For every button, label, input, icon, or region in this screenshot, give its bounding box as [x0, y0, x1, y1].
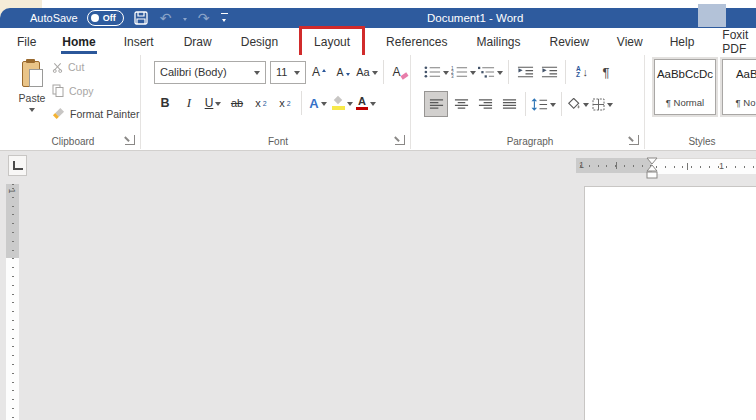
sort-az-icon: A Z	[576, 66, 581, 79]
scissors-icon	[52, 62, 63, 73]
hruler-halftick	[616, 162, 617, 169]
tab-draw[interactable]: Draw	[173, 30, 223, 54]
horizontal-ruler-margin: 1	[576, 158, 652, 173]
left-tab-icon	[13, 161, 23, 170]
format-painter-icon	[52, 107, 65, 120]
highlight-icon	[332, 96, 345, 110]
superscript-button[interactable]: x2	[274, 91, 296, 115]
highlight-button[interactable]	[331, 91, 353, 115]
document-page[interactable]	[584, 186, 756, 420]
bold-button[interactable]: B	[154, 91, 176, 115]
save-button[interactable]	[133, 10, 149, 26]
bullets-dropdown-icon	[443, 71, 449, 78]
font-name-combo[interactable]: Calibri (Body)	[154, 61, 266, 84]
tab-file[interactable]: File	[6, 30, 47, 54]
strikethrough-button[interactable]: ab	[226, 91, 248, 115]
align-left-button[interactable]	[424, 91, 448, 117]
clear-formatting-button[interactable]: A	[389, 60, 411, 84]
justify-button[interactable]	[498, 92, 520, 116]
tab-help[interactable]: Help	[659, 30, 706, 54]
tab-home[interactable]: Home	[51, 30, 106, 54]
increase-indent-button[interactable]	[538, 60, 560, 84]
redo-button[interactable]: ↷	[196, 10, 212, 26]
undo-button[interactable]: ↶	[158, 10, 174, 26]
vertical-ruler-margin: 1	[6, 184, 19, 258]
tab-stop-selector[interactable]	[8, 155, 27, 176]
font-group: Calibri (Body) 11 A A Aa A B I U	[146, 55, 411, 149]
align-right-button[interactable]	[474, 92, 496, 116]
qat-chevron-icon	[222, 19, 226, 24]
justify-icon	[502, 98, 517, 110]
style-card-no-spacing[interactable]: AaBbCcDc ¶ No Spacing	[722, 59, 756, 115]
document-area: 1 1 1 2 1	[0, 151, 756, 420]
autosave-state: Off	[103, 13, 116, 23]
numbering-button[interactable]: 123	[451, 60, 476, 84]
subscript-button[interactable]: x2	[250, 91, 272, 115]
line-spacing-button[interactable]	[531, 92, 556, 116]
account-avatar[interactable]	[698, 4, 726, 27]
text-effects-button[interactable]: A	[307, 91, 329, 115]
hruler-halftick	[687, 163, 688, 170]
italic-button[interactable]: I	[178, 91, 200, 115]
tab-design[interactable]: Design	[230, 30, 289, 54]
borders-icon	[592, 98, 605, 111]
style-card-normal[interactable]: AaBbCcDc ¶ Normal	[654, 59, 716, 115]
vruler-number: 1	[7, 188, 17, 193]
line-spacing-icon	[531, 98, 548, 111]
grow-caret-icon	[322, 67, 326, 72]
copy-button[interactable]: Copy	[52, 84, 94, 97]
multilevel-list-button[interactable]	[478, 60, 503, 84]
decrease-indent-button[interactable]	[514, 60, 536, 84]
underline-button[interactable]: U	[202, 91, 224, 115]
font-color-icon: A	[356, 96, 368, 111]
format-painter-button[interactable]: Format Painter	[52, 107, 139, 120]
toggle-knob-icon	[91, 14, 99, 22]
autosave-toggle[interactable]: Off	[87, 10, 124, 26]
ribbon: Paste Cut Copy Format Painter	[0, 55, 756, 151]
font-group-label: Font	[146, 136, 410, 147]
horizontal-ruler-text-area: 1	[652, 158, 756, 174]
save-icon	[134, 11, 148, 25]
shading-dropdown-icon	[583, 103, 589, 110]
quick-access-toolbar-button[interactable]	[221, 13, 228, 24]
tab-layout[interactable]: Layout	[303, 30, 361, 54]
shading-icon	[567, 98, 581, 111]
font-size-combo[interactable]: 11	[270, 61, 306, 84]
sort-button[interactable]: A Z ↓	[571, 60, 593, 84]
highlight-dropdown-icon	[347, 102, 353, 109]
svg-text:3: 3	[451, 74, 454, 79]
cut-button[interactable]: Cut	[52, 61, 84, 73]
bullets-button[interactable]	[424, 60, 449, 84]
title-bar: AutoSave Off ↶ ↷ Document1 - Word	[0, 8, 756, 28]
show-hide-marks-button[interactable]: ¶	[595, 60, 617, 84]
font-color-button[interactable]: A	[355, 91, 377, 115]
shading-button[interactable]	[567, 92, 589, 116]
paste-dropdown-icon[interactable]	[29, 108, 35, 115]
paste-button[interactable]: Paste	[14, 58, 50, 130]
font-name-dropdown-icon	[254, 71, 260, 78]
borders-button[interactable]	[591, 92, 613, 116]
multilevel-list-icon	[478, 65, 495, 79]
tab-references[interactable]: References	[375, 30, 458, 54]
sort-arrow-icon: ↓	[583, 66, 589, 78]
align-center-button[interactable]	[450, 92, 472, 116]
bullets-icon	[424, 65, 441, 79]
tab-mailings[interactable]: Mailings	[465, 30, 531, 54]
undo-dropdown-icon[interactable]	[183, 18, 187, 23]
tab-view[interactable]: View	[606, 30, 654, 54]
shrink-font-button[interactable]: A	[332, 60, 354, 84]
multilevel-dropdown-icon	[497, 71, 503, 78]
hruler-number: 1	[579, 160, 584, 170]
change-case-button[interactable]: Aa	[356, 60, 378, 84]
tab-review[interactable]: Review	[539, 30, 600, 54]
indent-marker[interactable]	[645, 152, 659, 179]
tab-foxit-pdf[interactable]: Foxit PDF	[711, 30, 756, 54]
copy-icon	[52, 84, 64, 97]
hruler-number: 1	[719, 161, 724, 171]
paragraph-dialog-launcher[interactable]	[629, 135, 639, 145]
font-dialog-launcher[interactable]	[395, 135, 405, 145]
grow-font-button[interactable]: A	[308, 60, 330, 84]
tab-insert[interactable]: Insert	[113, 30, 165, 54]
clipboard-dialog-launcher[interactable]	[125, 135, 135, 145]
align-left-icon	[429, 98, 444, 110]
